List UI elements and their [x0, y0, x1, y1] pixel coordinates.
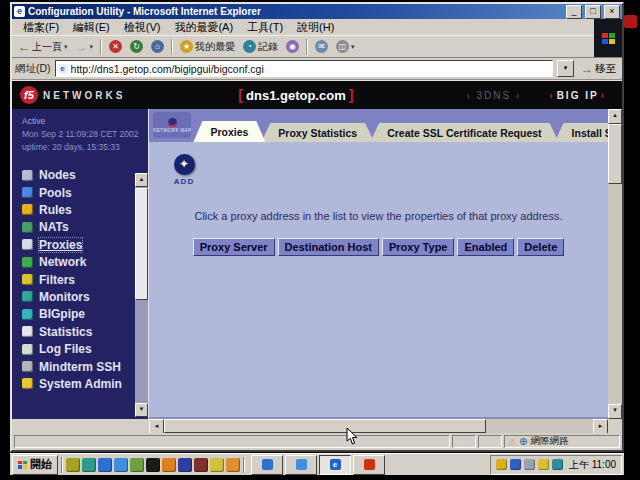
menu-favorites[interactable]: 我的最愛(A): [167, 19, 240, 36]
column-delete[interactable]: Delete: [517, 238, 564, 256]
proxy-table-header: Proxy Server Destination Host Proxy Type…: [149, 238, 608, 256]
address-input[interactable]: e http://dns1.getop.com/bigipgui/bigconf…: [55, 60, 553, 77]
taskbar-clock[interactable]: 上午 11:00: [566, 458, 616, 472]
volume-icon[interactable]: [496, 459, 507, 470]
tab-create-ssl-certificate-request[interactable]: Create SSL Certificate Request: [370, 123, 558, 142]
print-dropdown-icon[interactable]: ▾: [351, 43, 355, 51]
vertical-scrollbar[interactable]: ▲ ▼: [608, 109, 622, 419]
menu-view[interactable]: 檢視(V): [117, 19, 168, 36]
stop-button[interactable]: ✕: [106, 39, 125, 54]
scroll-down-icon[interactable]: ▼: [608, 404, 622, 419]
link-3dns[interactable]: ‹ 3DNS ›: [466, 90, 521, 101]
network-map-button[interactable]: NETWORK MAP: [153, 112, 191, 138]
windows-flag-icon: [602, 33, 615, 44]
task-buttons: e: [251, 455, 385, 475]
back-button[interactable]: ← 上一頁 ▾: [15, 39, 71, 55]
history-button[interactable]: ◔ 記錄: [240, 39, 281, 55]
column-proxy-type[interactable]: Proxy Type: [382, 238, 455, 256]
add-proxy-button[interactable]: ✦ ADD: [171, 154, 197, 186]
print-icon: ◫: [336, 40, 349, 53]
hostname-banner: [dns1.getop.com]: [125, 87, 466, 103]
sidebar-item-proxies[interactable]: Proxies: [22, 236, 148, 253]
favorites-button[interactable]: ★ 我的最愛: [177, 39, 238, 55]
sidebar-item-log-files[interactable]: Log Files: [22, 340, 148, 357]
sidebar-item-monitors[interactable]: Monitors: [22, 288, 148, 305]
sidebar-item-bigpipe[interactable]: BIGpipe: [22, 306, 148, 323]
horizontal-scrollbar[interactable]: ◄: [149, 419, 593, 433]
task-window-button[interactable]: [285, 455, 317, 475]
address-url[interactable]: http://dns1.getop.com/bigipgui/bigconf.c…: [71, 63, 264, 75]
site-header: f5 NETWORKS [dns1.getop.com] ‹ 3DNS › ‹B…: [12, 81, 622, 109]
tab-proxy-statistics[interactable]: Proxy Statistics: [261, 123, 374, 142]
minimize-button[interactable]: _: [566, 5, 582, 19]
menu-file[interactable]: 檔案(F): [16, 19, 66, 36]
chrome-top: 檔案(F) 編輯(E) 檢視(V) 我的最愛(A) 工具(T) 說明(H) ← …: [12, 19, 622, 58]
column-enabled[interactable]: Enabled: [457, 238, 514, 256]
quicklaunch-icon[interactable]: [226, 458, 240, 472]
scroll-up-icon[interactable]: ▲: [135, 173, 148, 187]
quicklaunch-icon[interactable]: [162, 458, 176, 472]
print-button[interactable]: ◫ ▾: [333, 39, 358, 54]
sidebar-item-mindterm-ssh[interactable]: Mindterm SSH: [22, 358, 148, 375]
sidebar-nav: Nodes Pools Rules NATs Proxies Network F…: [12, 159, 148, 393]
tab-proxies[interactable]: Proxies: [193, 121, 265, 142]
ie-icon: e: [330, 459, 341, 470]
chevron-icon: ‹: [547, 90, 556, 101]
sidebar-item-system-admin[interactable]: System Admin: [22, 375, 148, 392]
instruction-text: Click a proxy address in the list to vie…: [149, 210, 608, 222]
sidebar-item-rules[interactable]: Rules: [22, 201, 148, 218]
menu-tools[interactable]: 工具(T): [240, 19, 290, 36]
quicklaunch-icon[interactable]: [130, 458, 144, 472]
go-button[interactable]: → 移至: [578, 62, 619, 76]
address-dropdown-button[interactable]: ▾: [557, 60, 574, 77]
sidebar-scroll-thumb[interactable]: [135, 188, 148, 300]
sidebar-item-nats[interactable]: NATs: [22, 219, 148, 236]
sidebar-item-nodes[interactable]: Nodes: [22, 167, 148, 184]
display-icon[interactable]: [524, 459, 535, 470]
restore-button[interactable]: □: [585, 5, 601, 19]
quicklaunch-icon[interactable]: [210, 458, 224, 472]
menu-help[interactable]: 說明(H): [290, 19, 341, 36]
refresh-button[interactable]: ↻: [127, 39, 146, 54]
tab-install-ssl-certificate[interactable]: Install SSL Certif: [555, 123, 608, 142]
network-status-icon[interactable]: [510, 459, 521, 470]
horizontal-scrollbar-end[interactable]: ►: [593, 419, 608, 433]
task-window-button[interactable]: [251, 455, 283, 475]
title-bar[interactable]: e Configuration Utility - Microsoft Inte…: [12, 4, 622, 19]
quicklaunch-icon[interactable]: [194, 458, 208, 472]
scroll-up-icon[interactable]: ▲: [608, 109, 622, 124]
connection-icon[interactable]: [552, 459, 563, 470]
back-dropdown-icon[interactable]: ▾: [64, 43, 68, 51]
antivirus-icon[interactable]: [538, 459, 549, 470]
column-proxy-server[interactable]: Proxy Server: [193, 238, 275, 256]
quicklaunch-icon[interactable]: [66, 458, 80, 472]
quicklaunch-icon[interactable]: [98, 458, 112, 472]
sidebar-item-statistics[interactable]: Statistics: [22, 323, 148, 340]
close-button[interactable]: ×: [604, 5, 620, 19]
add-icon[interactable]: ✦: [174, 154, 195, 175]
scroll-down-icon[interactable]: ▼: [135, 403, 148, 417]
link-bigip[interactable]: ‹BIG IP›: [547, 90, 608, 101]
quicklaunch-icon[interactable]: [114, 458, 128, 472]
task-window-button-active[interactable]: e: [319, 455, 351, 475]
column-destination-host[interactable]: Destination Host: [278, 238, 379, 256]
media-button[interactable]: ◉: [283, 39, 302, 54]
vertical-scroll-thumb[interactable]: [608, 124, 622, 184]
quicklaunch-icon[interactable]: [178, 458, 192, 472]
quicklaunch-icon[interactable]: [82, 458, 96, 472]
start-button[interactable]: 開始: [12, 455, 58, 475]
sidebar-item-filters[interactable]: Filters: [22, 271, 148, 288]
sidebar-item-network[interactable]: Network: [22, 253, 148, 270]
sidebar-item-pools[interactable]: Pools: [22, 184, 148, 201]
home-button[interactable]: ⌂: [148, 39, 167, 54]
quicklaunch-icon[interactable]: [146, 458, 160, 472]
bottom-scroll-row: ◄ ►: [12, 419, 622, 433]
horizontal-scroll-thumb[interactable]: [164, 419, 486, 433]
forward-button[interactable]: → ▾: [73, 39, 97, 55]
mail-button[interactable]: ✉: [312, 39, 331, 54]
task-window-button[interactable]: [353, 455, 385, 475]
sidebar-scrollbar[interactable]: ▲ ▼: [135, 173, 148, 417]
screen: e Configuration Utility - Microsoft Inte…: [0, 0, 640, 480]
forward-dropdown-icon[interactable]: ▾: [90, 43, 94, 51]
menu-edit[interactable]: 編輯(E): [66, 19, 117, 36]
